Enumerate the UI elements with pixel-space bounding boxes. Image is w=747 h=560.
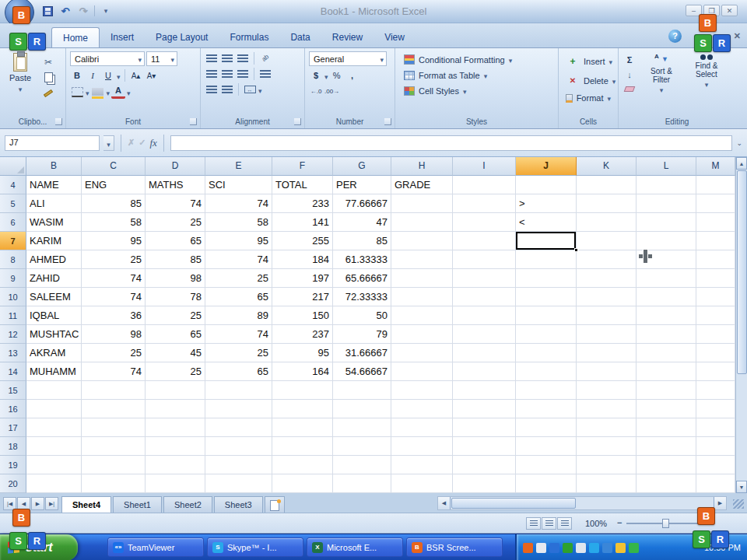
cell-F18[interactable] (272, 437, 333, 456)
cell-I13[interactable] (453, 344, 516, 362)
cell-B9[interactable]: ZAHID (26, 269, 82, 288)
cell-E12[interactable]: 74 (205, 325, 272, 344)
cell-L10[interactable] (637, 288, 696, 306)
cell-F12[interactable]: 237 (272, 325, 333, 344)
cell-D12[interactable]: 65 (146, 325, 205, 344)
cell-F20[interactable] (272, 474, 333, 493)
cell-H7[interactable] (391, 232, 453, 250)
cell-B8[interactable]: AHMED (26, 250, 82, 269)
cell-D19[interactable] (146, 456, 205, 474)
cell-L13[interactable] (637, 344, 696, 362)
cell-G18[interactable] (333, 437, 391, 456)
scroll-up-icon[interactable]: ▲ (736, 157, 747, 170)
cell-C6[interactable]: 58 (82, 213, 146, 232)
cell-E17[interactable] (205, 418, 272, 437)
sheet-tab-sheet3[interactable]: Sheet3 (214, 496, 263, 513)
cell-E11[interactable]: 89 (205, 306, 272, 325)
cell-K6[interactable] (577, 213, 637, 232)
cell-E18[interactable] (205, 437, 272, 456)
cell-C18[interactable] (82, 437, 146, 456)
cell-K14[interactable] (577, 362, 637, 381)
tab-data[interactable]: Data (279, 27, 321, 47)
cell-G19[interactable] (333, 456, 391, 474)
bold-button[interactable]: B (70, 69, 84, 82)
cell-K4[interactable] (577, 176, 637, 194)
cell-E9[interactable]: 25 (205, 269, 272, 288)
cell-M10[interactable] (696, 288, 735, 306)
clear-button[interactable] (622, 82, 637, 96)
cell-C4[interactable]: ENG (82, 176, 146, 194)
cell-B11[interactable]: IQBAL (26, 306, 82, 325)
cell-E19[interactable] (205, 456, 272, 474)
tray-alert-icon[interactable] (615, 543, 626, 553)
cell-C17[interactable] (82, 418, 146, 437)
row-header-7[interactable]: 7 (0, 232, 26, 250)
cell-H8[interactable] (391, 250, 453, 269)
column-header-C[interactable]: C (82, 157, 146, 176)
cell-K12[interactable] (577, 325, 637, 344)
scroll-down-icon[interactable]: ▼ (736, 481, 747, 493)
cell-D8[interactable]: 85 (146, 250, 205, 269)
number-format-combo[interactable]: General (309, 51, 387, 66)
cell-E15[interactable] (205, 381, 272, 400)
grow-font-button[interactable] (129, 69, 143, 82)
cell-E5[interactable]: 74 (205, 194, 272, 213)
cell-G15[interactable] (333, 381, 391, 400)
taskbar-task-teamviewer[interactable]: «»TeamViewer (107, 537, 204, 557)
format-cells-button[interactable]: Format (563, 90, 614, 106)
last-sheet-icon[interactable]: ▶| (45, 497, 58, 510)
cell-H19[interactable] (391, 456, 453, 474)
cell-K13[interactable] (577, 344, 637, 362)
cell-H18[interactable] (391, 437, 453, 456)
cell-B20[interactable] (26, 474, 82, 493)
cell-G8[interactable]: 61.33333 (333, 250, 391, 269)
cell-L20[interactable] (637, 474, 696, 493)
cell-K10[interactable] (577, 288, 637, 306)
cell-F19[interactable] (272, 456, 333, 474)
cell-D10[interactable]: 78 (146, 288, 205, 306)
tray-messenger-icon[interactable] (629, 543, 639, 553)
cell-M7[interactable] (696, 232, 735, 250)
help-icon[interactable]: ? (668, 30, 682, 43)
cell-H5[interactable] (391, 194, 453, 213)
decrease-indent-button[interactable] (205, 83, 219, 96)
cell-I16[interactable] (453, 400, 516, 418)
cell-C15[interactable] (82, 381, 146, 400)
row-header-5[interactable]: 5 (0, 194, 26, 213)
zoom-level[interactable]: 100% (585, 519, 607, 528)
row-header-6[interactable]: 6 (0, 213, 26, 232)
column-header-G[interactable]: G (333, 157, 391, 176)
expand-formula-bar-icon[interactable]: ⌄ (736, 139, 742, 147)
cell-F8[interactable]: 184 (272, 250, 333, 269)
cell-F5[interactable]: 233 (272, 194, 333, 213)
cell-J9[interactable] (516, 269, 577, 288)
cell-G9[interactable]: 65.66667 (333, 269, 391, 288)
name-box[interactable]: J7 (5, 135, 100, 151)
row-header-16[interactable]: 16 (0, 400, 26, 418)
cell-D17[interactable] (146, 418, 205, 437)
find-select-button[interactable]: Find & Select (686, 53, 727, 96)
cell-C19[interactable] (82, 456, 146, 474)
cell-H12[interactable] (391, 325, 453, 344)
font-name-combo[interactable]: Calibri (70, 51, 145, 66)
cell-L4[interactable] (637, 176, 696, 194)
shrink-font-button[interactable] (145, 69, 159, 82)
cell-D4[interactable]: MATHS (146, 176, 205, 194)
cell-J12[interactable] (516, 325, 577, 344)
cell-M16[interactable] (696, 400, 735, 418)
tray-volume-icon[interactable] (576, 543, 586, 553)
cell-H14[interactable] (391, 362, 453, 381)
orientation-icon[interactable]: ab (256, 48, 275, 68)
cell-B6[interactable]: WASIM (26, 213, 82, 232)
cell-J10[interactable] (516, 288, 577, 306)
tab-home[interactable]: Home (51, 27, 100, 47)
cell-L17[interactable] (637, 418, 696, 437)
cell-M19[interactable] (696, 456, 735, 474)
cell-B19[interactable] (26, 456, 82, 474)
cell-E20[interactable] (205, 474, 272, 493)
cell-M4[interactable] (696, 176, 735, 194)
cell-L11[interactable] (637, 306, 696, 325)
cell-K18[interactable] (577, 437, 637, 456)
insert-cells-button[interactable]: Insert (563, 51, 614, 71)
cell-D15[interactable] (146, 381, 205, 400)
